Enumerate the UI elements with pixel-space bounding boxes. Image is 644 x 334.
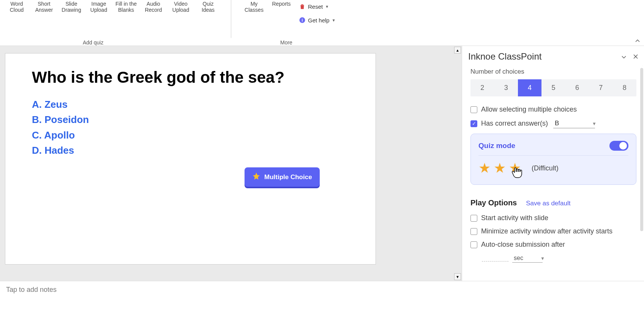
ribbon-quiz-ideas[interactable]: QuizIdeas [194,0,222,38]
get-help-button[interactable]: i Get help ▼ [297,15,338,25]
slide[interactable]: Who is the Greek god of the sea? A. Zeus… [5,54,376,264]
multiple-choice-button[interactable]: Multiple Choice [245,167,320,187]
panel-title: Inknoe ClassPoint [468,51,541,62]
ribbon-word-cloud[interactable]: WordCloud [3,0,30,38]
checkbox-unchecked-icon [470,215,477,222]
auto-close-duration: ▼ [482,254,636,263]
ribbon-video-upload[interactable]: VideoUpload [167,0,194,38]
ribbon-divider [231,0,231,38]
minimize-window-row[interactable]: Minimize activity window after activity … [470,227,636,235]
ribbon-my-classes[interactable]: MyClasses [240,0,268,38]
has-correct-row[interactable]: ✓ Has correct answer(s) ▼ [470,119,636,128]
ribbon-reports[interactable]: Reports [268,0,295,38]
trash-icon [299,3,306,10]
chevron-down-icon: ▼ [332,18,336,22]
choice-5[interactable]: 5 [541,79,565,96]
star-icon [252,172,260,182]
ribbon-slide-drawing[interactable]: SlideDrawing [58,0,85,38]
ribbon-short-answer[interactable]: ShortAnswer [30,0,58,38]
answer-b: B. Poseidon [32,112,349,127]
choice-8[interactable]: 8 [613,79,636,96]
panel-collapse-button[interactable] [621,54,627,60]
panel-scrollbar[interactable] [640,68,643,231]
choice-6[interactable]: 6 [565,79,589,96]
notes-placeholder[interactable]: Tap to add notes [0,281,644,299]
svg-text:i: i [302,18,303,22]
choice-3[interactable]: 3 [494,79,518,96]
difficulty-label: (Difficult) [532,164,559,172]
ribbon-image-upload[interactable]: ImageUpload [85,0,112,38]
checkbox-checked-icon: ✓ [470,120,477,127]
choice-2[interactable]: 2 [470,79,494,96]
star-icon: ★ [494,160,506,176]
quiz-mode-label: Quiz mode [478,142,515,150]
answer-d: D. Hades [32,143,349,158]
scroll-up-button[interactable]: ▲ [454,47,461,54]
seconds-input[interactable] [482,255,508,262]
ribbon-group-more: More [280,39,292,46]
correct-answer-dropdown[interactable] [553,119,595,128]
seconds-unit-dropdown[interactable] [512,254,543,263]
reset-button[interactable]: Reset ▼ [297,2,338,11]
slide-scrollbar: ▲ ▼ [453,46,462,281]
ribbon-audio-record[interactable]: AudioRecord [140,0,167,38]
checkbox-unchecked-icon [470,241,477,248]
answer-a: A. Zeus [32,97,349,112]
classpoint-panel: Inknoe ClassPoint ↑ Number of choices 2 … [462,46,644,281]
quiz-mode-toggle[interactable] [609,141,628,151]
play-options-heading: Play Options [470,199,517,207]
start-with-slide-row[interactable]: Start activity with slide [470,214,636,222]
allow-multi-row[interactable]: Allow selecting multiple choices [470,106,636,113]
slide-canvas-area: Who is the Greek god of the sea? A. Zeus… [0,46,453,281]
cursor-hand-icon [511,166,522,181]
num-choices-selector: 2 3 4 5 6 7 8 [470,79,636,96]
num-choices-label: Number of choices [470,68,636,76]
collapse-ribbon-button[interactable] [635,38,640,44]
save-default-link[interactable]: Save as default [526,200,570,207]
answer-c: C. Apollo [32,128,349,143]
info-icon: i [299,17,306,24]
panel-close-button[interactable] [633,54,638,60]
checkbox-unchecked-icon [470,228,477,235]
star-icon: ★ [478,160,491,176]
ribbon-group-addquiz: Add quiz [83,39,103,46]
auto-close-row[interactable]: Auto-close submission after [470,241,636,249]
choice-7[interactable]: 7 [589,79,612,96]
ribbon-fill-blanks[interactable]: Fill in theBlanks [112,0,140,38]
question-text: Who is the Greek god of the sea? [32,69,349,86]
ribbon-toolbar: WordCloud ShortAnswer SlideDrawing Image… [0,0,644,46]
answers-list: A. Zeus B. Poseidon C. Apollo D. Hades [32,97,349,158]
panel-scroll-up-icon: ↑ [641,66,644,66]
chevron-down-icon: ▼ [325,5,329,9]
choice-4[interactable]: 4 [518,79,541,96]
scroll-down-button[interactable]: ▼ [454,273,461,280]
quiz-mode-box: Quiz mode ★ ★ ★ (Difficult) [470,134,636,185]
checkbox-unchecked-icon [470,106,477,113]
difficulty-stars[interactable]: ★ ★ ★ (Difficult) [478,160,628,176]
